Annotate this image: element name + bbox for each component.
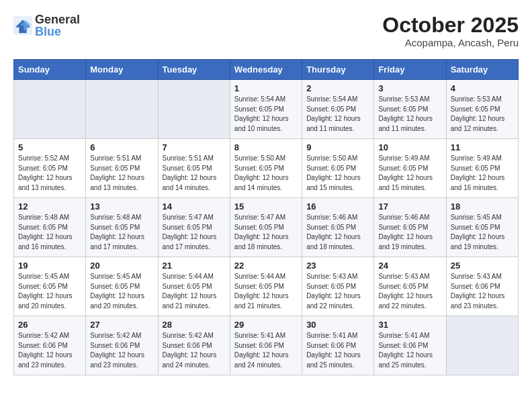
calendar-cell: 1Sunrise: 5:54 AM Sunset: 6:05 PM Daylig…: [230, 80, 302, 139]
calendar-week-row: 5Sunrise: 5:52 AM Sunset: 6:05 PM Daylig…: [14, 139, 519, 198]
day-number: 13: [90, 201, 153, 212]
day-info: Sunrise: 5:50 AM Sunset: 6:05 PM Dayligh…: [306, 154, 369, 193]
page-header: General Blue October 2025 Acopampa, Anca…: [13, 13, 519, 48]
day-number: 8: [234, 142, 298, 152]
day-info: Sunrise: 5:42 AM Sunset: 6:06 PM Dayligh…: [18, 331, 81, 370]
calendar-cell: 6Sunrise: 5:51 AM Sunset: 6:05 PM Daylig…: [86, 139, 158, 198]
calendar-cell: 2Sunrise: 5:54 AM Sunset: 6:05 PM Daylig…: [302, 80, 374, 139]
calendar-cell: 11Sunrise: 5:49 AM Sunset: 6:05 PM Dayli…: [446, 139, 518, 198]
day-number: 2: [306, 83, 369, 93]
day-number: 4: [451, 83, 514, 93]
col-header-sunday: Sunday: [14, 60, 86, 80]
day-number: 3: [378, 83, 441, 93]
calendar-cell: 18Sunrise: 5:45 AM Sunset: 6:05 PM Dayli…: [446, 198, 518, 257]
day-info: Sunrise: 5:45 AM Sunset: 6:05 PM Dayligh…: [90, 272, 153, 311]
calendar-cell: 3Sunrise: 5:53 AM Sunset: 6:05 PM Daylig…: [374, 80, 446, 139]
day-number: 17: [378, 201, 441, 212]
day-number: 26: [18, 320, 81, 330]
day-info: Sunrise: 5:46 AM Sunset: 6:05 PM Dayligh…: [378, 213, 441, 252]
col-header-tuesday: Tuesday: [158, 60, 230, 80]
calendar-cell: 26Sunrise: 5:42 AM Sunset: 6:06 PM Dayli…: [14, 316, 86, 375]
col-header-saturday: Saturday: [446, 60, 518, 80]
calendar-cell: 17Sunrise: 5:46 AM Sunset: 6:05 PM Dayli…: [374, 198, 446, 257]
calendar-cell: 30Sunrise: 5:41 AM Sunset: 6:06 PM Dayli…: [302, 316, 374, 375]
calendar-cell: 12Sunrise: 5:48 AM Sunset: 6:05 PM Dayli…: [14, 198, 86, 257]
day-info: Sunrise: 5:46 AM Sunset: 6:05 PM Dayligh…: [306, 213, 369, 252]
calendar-cell: 28Sunrise: 5:42 AM Sunset: 6:06 PM Dayli…: [158, 316, 230, 375]
calendar-cell: 20Sunrise: 5:45 AM Sunset: 6:05 PM Dayli…: [86, 257, 158, 316]
calendar-cell: 29Sunrise: 5:41 AM Sunset: 6:06 PM Dayli…: [230, 316, 302, 375]
day-number: 5: [18, 142, 81, 152]
calendar-cell: 22Sunrise: 5:44 AM Sunset: 6:05 PM Dayli…: [230, 257, 302, 316]
day-info: Sunrise: 5:50 AM Sunset: 6:05 PM Dayligh…: [234, 154, 298, 193]
calendar-cell: 16Sunrise: 5:46 AM Sunset: 6:05 PM Dayli…: [302, 198, 374, 257]
day-number: 6: [90, 142, 153, 152]
calendar-cell: 10Sunrise: 5:49 AM Sunset: 6:05 PM Dayli…: [374, 139, 446, 198]
calendar-cell: [158, 80, 230, 139]
calendar-cell: 15Sunrise: 5:47 AM Sunset: 6:05 PM Dayli…: [230, 198, 302, 257]
logo: General Blue: [13, 13, 80, 38]
calendar-cell: 8Sunrise: 5:50 AM Sunset: 6:05 PM Daylig…: [230, 139, 302, 198]
day-number: 25: [451, 261, 514, 271]
day-number: 21: [163, 261, 226, 271]
day-number: 11: [451, 142, 514, 152]
day-info: Sunrise: 5:43 AM Sunset: 6:06 PM Dayligh…: [451, 272, 514, 311]
calendar-week-row: 12Sunrise: 5:48 AM Sunset: 6:05 PM Dayli…: [14, 198, 519, 257]
day-info: Sunrise: 5:49 AM Sunset: 6:05 PM Dayligh…: [378, 154, 441, 193]
day-number: 31: [378, 320, 441, 330]
day-info: Sunrise: 5:52 AM Sunset: 6:05 PM Dayligh…: [18, 154, 81, 193]
col-header-wednesday: Wednesday: [230, 60, 302, 80]
day-info: Sunrise: 5:48 AM Sunset: 6:05 PM Dayligh…: [18, 213, 81, 252]
day-number: 24: [378, 261, 441, 271]
day-info: Sunrise: 5:41 AM Sunset: 6:06 PM Dayligh…: [234, 331, 298, 370]
calendar-week-row: 26Sunrise: 5:42 AM Sunset: 6:06 PM Dayli…: [14, 316, 519, 375]
calendar-cell: 23Sunrise: 5:43 AM Sunset: 6:05 PM Dayli…: [302, 257, 374, 316]
day-number: 15: [234, 201, 298, 212]
calendar-table: SundayMondayTuesdayWednesdayThursdayFrid…: [13, 59, 519, 375]
calendar-cell: [86, 80, 158, 139]
day-info: Sunrise: 5:53 AM Sunset: 6:05 PM Dayligh…: [451, 95, 514, 134]
day-number: 22: [234, 261, 298, 271]
calendar-cell: 31Sunrise: 5:41 AM Sunset: 6:06 PM Dayli…: [374, 316, 446, 375]
calendar-cell: 13Sunrise: 5:48 AM Sunset: 6:05 PM Dayli…: [86, 198, 158, 257]
calendar-week-row: 1Sunrise: 5:54 AM Sunset: 6:05 PM Daylig…: [14, 80, 519, 139]
col-header-monday: Monday: [86, 60, 158, 80]
day-info: Sunrise: 5:51 AM Sunset: 6:05 PM Dayligh…: [90, 154, 153, 193]
col-header-friday: Friday: [374, 60, 446, 80]
day-info: Sunrise: 5:54 AM Sunset: 6:05 PM Dayligh…: [234, 95, 298, 134]
day-number: 14: [163, 201, 226, 212]
day-number: 7: [163, 142, 226, 152]
day-info: Sunrise: 5:48 AM Sunset: 6:05 PM Dayligh…: [90, 213, 153, 252]
day-number: 16: [306, 201, 369, 212]
day-number: 28: [163, 320, 226, 330]
day-info: Sunrise: 5:54 AM Sunset: 6:05 PM Dayligh…: [306, 95, 369, 134]
day-info: Sunrise: 5:41 AM Sunset: 6:06 PM Dayligh…: [378, 331, 441, 370]
day-number: 18: [451, 201, 514, 212]
day-number: 23: [306, 261, 369, 271]
page-subtitle: Acopampa, Ancash, Peru: [382, 37, 519, 48]
day-number: 10: [378, 142, 441, 152]
day-info: Sunrise: 5:47 AM Sunset: 6:05 PM Dayligh…: [163, 213, 226, 252]
calendar-cell: 4Sunrise: 5:53 AM Sunset: 6:05 PM Daylig…: [446, 80, 518, 139]
calendar-cell: 5Sunrise: 5:52 AM Sunset: 6:05 PM Daylig…: [14, 139, 86, 198]
calendar-cell: 25Sunrise: 5:43 AM Sunset: 6:06 PM Dayli…: [446, 257, 518, 316]
calendar-cell: [446, 316, 518, 375]
calendar-cell: 19Sunrise: 5:45 AM Sunset: 6:05 PM Dayli…: [14, 257, 86, 316]
calendar-cell: 24Sunrise: 5:43 AM Sunset: 6:05 PM Dayli…: [374, 257, 446, 316]
calendar-cell: [14, 80, 86, 139]
calendar-cell: 27Sunrise: 5:42 AM Sunset: 6:06 PM Dayli…: [86, 316, 158, 375]
col-header-thursday: Thursday: [302, 60, 374, 80]
calendar-cell: 14Sunrise: 5:47 AM Sunset: 6:05 PM Dayli…: [158, 198, 230, 257]
calendar-header-row: SundayMondayTuesdayWednesdayThursdayFrid…: [14, 60, 519, 80]
day-number: 12: [18, 201, 81, 212]
calendar-cell: 7Sunrise: 5:51 AM Sunset: 6:05 PM Daylig…: [158, 139, 230, 198]
day-info: Sunrise: 5:45 AM Sunset: 6:05 PM Dayligh…: [451, 213, 514, 252]
logo-text-general: General: [35, 13, 80, 26]
day-info: Sunrise: 5:49 AM Sunset: 6:05 PM Dayligh…: [451, 154, 514, 193]
page-title: October 2025: [382, 13, 519, 37]
day-number: 30: [306, 320, 369, 330]
calendar-cell: 9Sunrise: 5:50 AM Sunset: 6:05 PM Daylig…: [302, 139, 374, 198]
day-info: Sunrise: 5:44 AM Sunset: 6:05 PM Dayligh…: [234, 272, 298, 311]
day-number: 29: [234, 320, 298, 330]
day-info: Sunrise: 5:53 AM Sunset: 6:05 PM Dayligh…: [378, 95, 441, 134]
